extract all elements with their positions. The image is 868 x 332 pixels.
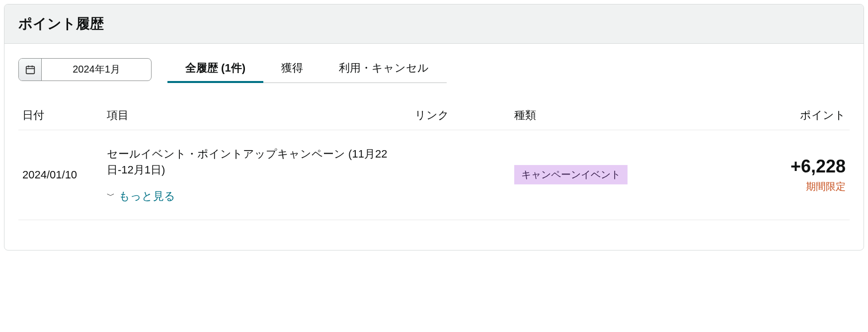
- points-note: 期間限定: [653, 180, 846, 193]
- type-badge: キャンペーンイベント: [514, 165, 628, 184]
- calendar-icon: [25, 64, 36, 75]
- date-picker-value[interactable]: 2024年1月: [42, 59, 151, 81]
- row-link: [411, 130, 510, 220]
- tab-all[interactable]: 全履歴 (1件): [167, 56, 263, 83]
- history-table-wrap: 日付 項目 リンク 種類 ポイント 2024/01/10 セールイベント・ポイン…: [4, 102, 864, 250]
- row-item-title: セールイベント・ポイントアップキャンペーン (11月22日-12月1日): [107, 146, 407, 178]
- col-header-item: 項目: [103, 102, 411, 130]
- row-item-cell: セールイベント・ポイントアップキャンペーン (11月22日-12月1日) ﹀ も…: [103, 130, 411, 220]
- svg-rect-0: [26, 66, 34, 74]
- controls-row: 2024年1月 全履歴 (1件) 獲得 利用・キャンセル: [4, 44, 864, 83]
- see-more-label: もっと見る: [119, 189, 175, 204]
- col-header-link: リンク: [411, 102, 510, 130]
- see-more-link[interactable]: ﹀ もっと見る: [107, 189, 175, 204]
- row-points-cell: +6,228 期間限定: [649, 130, 850, 220]
- col-header-points: ポイント: [649, 102, 850, 130]
- points-history-card: ポイント履歴 2024年1月 全履歴 (1件) 獲得 利用・キャンセル: [4, 4, 864, 250]
- calendar-button[interactable]: [19, 59, 42, 81]
- row-date: 2024/01/10: [18, 130, 103, 220]
- col-header-date: 日付: [18, 102, 103, 130]
- date-picker[interactable]: 2024年1月: [18, 58, 152, 81]
- chevron-down-icon: ﹀: [107, 191, 115, 201]
- tab-earned[interactable]: 獲得: [263, 56, 321, 83]
- tabs: 全履歴 (1件) 獲得 利用・キャンセル: [167, 56, 447, 83]
- card-header: ポイント履歴: [4, 4, 864, 44]
- col-header-type: 種類: [510, 102, 649, 130]
- page-title: ポイント履歴: [18, 14, 850, 33]
- table-row: 2024/01/10 セールイベント・ポイントアップキャンペーン (11月22日…: [18, 130, 850, 220]
- row-type-cell: キャンペーンイベント: [510, 130, 649, 220]
- history-table: 日付 項目 リンク 種類 ポイント 2024/01/10 セールイベント・ポイン…: [18, 102, 850, 220]
- tab-used-cancelled[interactable]: 利用・キャンセル: [321, 56, 447, 83]
- points-amount: +6,228: [653, 156, 846, 177]
